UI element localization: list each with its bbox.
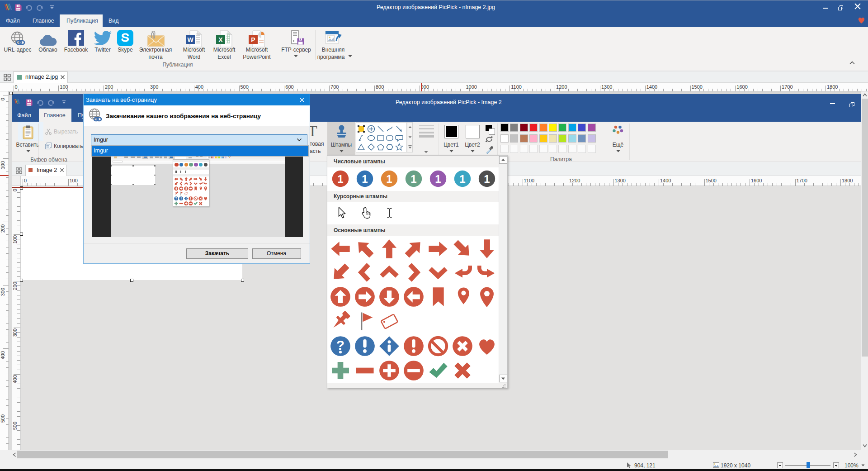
svg-text:W: W (187, 36, 193, 43)
svg-text:1: 1 (337, 173, 343, 185)
svg-text:1: 1 (459, 173, 465, 185)
svg-text:1: 1 (362, 173, 368, 185)
svg-text:1: 1 (410, 173, 416, 185)
svg-text:1: 1 (386, 173, 392, 185)
svg-text:X: X (218, 36, 223, 43)
svg-text:1: 1 (435, 173, 441, 185)
svg-text:P: P (251, 36, 255, 43)
svg-text:?: ? (175, 196, 177, 200)
svg-text:1: 1 (484, 173, 490, 185)
svg-text:?: ? (336, 338, 344, 352)
